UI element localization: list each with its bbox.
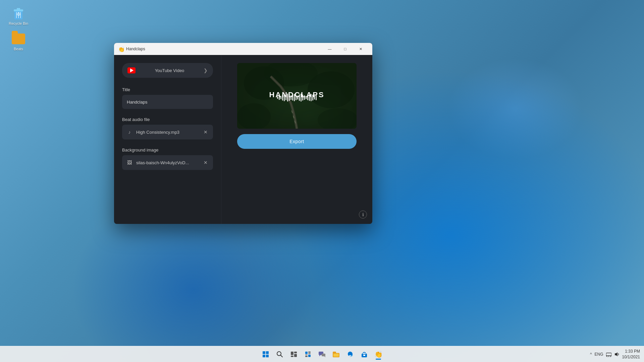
svg-marker-31 — [319, 355, 321, 356]
svg-text:♻: ♻ — [16, 11, 21, 17]
svg-line-19 — [281, 355, 283, 357]
taskbar-store-button[interactable] — [358, 348, 370, 360]
svg-rect-20 — [291, 352, 293, 355]
audio-label: Beat audio file — [122, 117, 213, 122]
waveform-bar — [294, 94, 295, 101]
svg-rect-16 — [263, 355, 265, 357]
svg-rect-40 — [363, 355, 365, 356]
svg-rect-14 — [263, 351, 265, 354]
svg-rect-2 — [17, 8, 20, 10]
svg-marker-33 — [324, 356, 325, 357]
taskbar-start-button[interactable] — [260, 348, 272, 360]
svg-rect-23 — [291, 356, 293, 357]
title-input[interactable] — [122, 95, 213, 109]
audio-file-icon: ♪ — [126, 129, 133, 135]
waveform-bar — [289, 94, 290, 101]
svg-rect-28 — [305, 356, 308, 357]
beats-folder-icon[interactable]: Beats — [7, 32, 30, 51]
maximize-button[interactable]: □ — [337, 43, 353, 55]
title-label: Title — [122, 87, 213, 92]
waveform-bar — [299, 94, 300, 101]
svg-point-38 — [363, 353, 364, 354]
waveform-bar — [284, 94, 285, 101]
waveform-bar — [292, 95, 293, 101]
svg-rect-15 — [266, 351, 269, 354]
svg-rect-26 — [308, 353, 311, 354]
volume-icon — [614, 352, 620, 357]
audio-file-clear-button[interactable]: ✕ — [202, 129, 209, 135]
taskbar-search-button[interactable] — [274, 348, 286, 360]
audio-field-group: Beat audio file ♪ High Consistency.mp3 ✕ — [122, 117, 213, 139]
beats-folder-image — [12, 32, 25, 46]
window-titlebar: 👏 Handclaps — □ ✕ — [114, 43, 372, 55]
desktop-icons: ♻ Recycle Bin Beats — [7, 7, 30, 51]
svg-rect-21 — [294, 352, 297, 353]
beats-folder-label: Beats — [14, 47, 23, 51]
taskbar-language[interactable]: ENG — [595, 352, 603, 357]
svg-rect-17 — [266, 355, 269, 357]
preview-waveform — [277, 93, 317, 103]
svg-rect-27 — [305, 355, 308, 355]
waveform-bar — [290, 95, 291, 100]
svg-point-39 — [365, 353, 366, 354]
info-icon[interactable]: ℹ — [359, 210, 367, 219]
image-field-group: Background image 🖼 silas-baisch-Wn4ulyzV… — [122, 147, 213, 170]
taskbar-edge-button[interactable] — [344, 348, 356, 360]
taskbar-explorer-button[interactable] — [330, 348, 342, 360]
export-button[interactable]: Export — [237, 134, 357, 149]
window-body: YouTube Video ❯ Title Beat audio file ♪ … — [114, 55, 372, 224]
image-file-clear-button[interactable]: ✕ — [202, 159, 209, 166]
youtube-button-label: YouTube Video — [139, 68, 200, 73]
waveform-bar — [296, 95, 297, 100]
taskbar: 👏 ^ ENG 1:33 PM 10/1/2021 — [0, 346, 644, 362]
waveform-bar — [277, 96, 278, 99]
waveform-bar — [306, 96, 307, 99]
taskbar-clock[interactable]: 1:33 PM 10/1/2021 — [622, 349, 640, 360]
waveform-bar — [309, 94, 310, 101]
waveform-bar — [307, 95, 308, 100]
audio-file-input[interactable]: ♪ High Consistency.mp3 ✕ — [122, 125, 213, 139]
taskbar-taskview-button[interactable] — [288, 348, 300, 360]
taskbar-widgets-button[interactable] — [302, 348, 314, 360]
chevron-right-icon: ❯ — [204, 68, 208, 73]
taskbar-chat-button[interactable] — [316, 348, 328, 360]
waveform-bar — [285, 95, 286, 100]
window-title-text: Handclaps — [126, 47, 319, 51]
waveform-bar — [279, 95, 280, 100]
svg-rect-36 — [333, 354, 339, 357]
recycle-bin-image: ♻ — [12, 7, 25, 20]
audio-filename: High Consistency.mp3 — [136, 130, 199, 135]
taskbar-handclaps-button[interactable]: 👏 — [372, 348, 384, 360]
window-controls: — □ ✕ — [322, 43, 368, 55]
svg-rect-32 — [322, 354, 325, 356]
window-title-icon: 👏 — [118, 46, 123, 52]
waveform-bar — [312, 95, 313, 101]
waveform-bar — [297, 96, 298, 100]
recycle-bin-icon[interactable]: ♻ Recycle Bin — [7, 7, 30, 25]
image-filename: silas-baisch-Wn4ulyzVoD... — [136, 160, 199, 165]
waveform-bar — [301, 94, 302, 102]
svg-rect-41 — [606, 353, 611, 356]
waveform-bar — [280, 96, 281, 99]
youtube-icon — [127, 67, 136, 73]
youtube-video-button[interactable]: YouTube Video ❯ — [122, 63, 213, 78]
taskbar-right: ^ ENG 1:33 PM 10/1/2021 — [590, 349, 640, 360]
preview-card: HANDCLAPS — [237, 63, 357, 129]
youtube-play-triangle — [130, 68, 133, 72]
recycle-bin-label: Recycle Bin — [9, 21, 28, 25]
waveform-bar — [304, 95, 305, 100]
network-icon — [606, 352, 611, 357]
waveform-bar — [311, 94, 312, 101]
image-file-input[interactable]: 🖼 silas-baisch-Wn4ulyzVoD... ✕ — [122, 155, 213, 170]
minimize-button[interactable]: — — [322, 43, 337, 55]
close-button[interactable]: ✕ — [353, 43, 368, 55]
svg-rect-29 — [308, 355, 311, 357]
left-panel: YouTube Video ❯ Title Beat audio file ♪ … — [114, 55, 221, 224]
right-panel: HANDCLAPS Export ℹ — [221, 55, 372, 224]
taskbar-center-icons: 👏 — [260, 348, 384, 360]
svg-rect-35 — [333, 352, 336, 354]
waveform-bar — [287, 94, 288, 102]
taskbar-chevron[interactable]: ^ — [590, 352, 592, 357]
active-indicator — [376, 359, 381, 360]
taskbar-systray: ^ ENG 1:33 PM 10/1/2021 — [590, 349, 640, 360]
